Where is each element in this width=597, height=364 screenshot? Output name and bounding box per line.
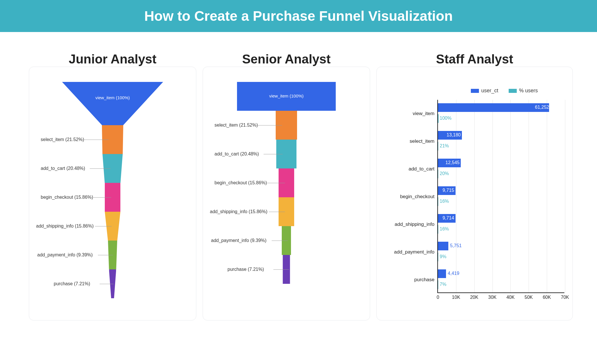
leader-line [258, 125, 282, 125]
row-add-shipping: add_shipping_info 9,714 16% [438, 211, 564, 238]
bar-pct-value: 16% [440, 199, 449, 204]
row-label: select_item [410, 138, 438, 144]
leader-line [267, 183, 285, 183]
bar-user-ct [438, 269, 446, 278]
row-purchase: purchase 4,419 7% [438, 266, 564, 294]
panel-staff: Staff Analyst user_ct % users [376, 67, 573, 320]
bar-user-ct-value: 12,545 [445, 160, 460, 165]
bar-pct-users [438, 253, 438, 261]
funnel-seg-purchase-label: purchase (7.21%) [54, 281, 90, 286]
bar-funnel-add-payment-label: add_payment_info (9.39%) [211, 238, 266, 243]
bar-pct-value: 7% [440, 282, 446, 287]
bar-pct-users [438, 280, 438, 289]
leader-line [98, 255, 113, 255]
leader-line [90, 168, 111, 169]
bar-funnel-add-shipping-label: add_shipping_info (15.86%) [210, 209, 267, 214]
panel-senior: Senior Analyst view_item (100%) select_i… [203, 67, 370, 320]
bar-user-ct-value: 9,714 [443, 215, 454, 221]
leader-line [100, 284, 113, 284]
chart-legend: user_ct % users [471, 88, 538, 94]
bar-user-ct [438, 242, 448, 250]
x-tick: 70K [561, 292, 569, 300]
x-tick: 30K [488, 292, 496, 300]
bar-user-ct-value: 5,751 [450, 243, 462, 248]
bar-funnel-begin-checkout-label: begin_checkout (15.86%) [214, 180, 267, 185]
bar-pct-value: 9% [440, 254, 446, 259]
bar-funnel-select-item-label: select_item (21.52%) [214, 123, 258, 128]
row-label: add_to_cart [408, 166, 438, 172]
bar-user-ct [438, 103, 549, 112]
x-tick: 10K [452, 292, 460, 300]
legend-pct-users: % users [509, 88, 538, 94]
funnel-seg-add-shipping-label: add_shipping_info (15.86%) [36, 224, 94, 229]
panel-senior-title: Senior Analyst [203, 52, 370, 66]
bar-user-ct-value: 13,180 [447, 132, 461, 138]
row-add-payment: add_payment_info 5,751 9% [438, 238, 564, 266]
page-title: How to Create a Purchase Funnel Visualiz… [144, 8, 453, 24]
bar-pct-value: 20% [440, 171, 449, 176]
funnel-seg-view-item [62, 82, 163, 125]
panels-row: Junior Analyst view_item (100%) select_i… [0, 32, 597, 332]
legend-user-ct-label: user_ct [481, 88, 498, 94]
bar-pct-users [438, 114, 439, 123]
funnel-seg-add-payment-label: add_payment_info (9.39%) [37, 252, 93, 258]
leader-line [273, 269, 289, 270]
legend-swatch-user-ct [471, 89, 479, 93]
x-tick: 60K [543, 292, 551, 300]
leader-line [269, 212, 285, 212]
funnel-senior: view_item (100%) select_item (21.52%) ad… [206, 82, 367, 314]
bar-pct-value: 16% [440, 226, 449, 232]
page-header: How to Create a Purchase Funnel Visualiz… [0, 0, 597, 32]
funnel-seg-view-item-label: view_item (100%) [95, 95, 130, 100]
bar-chart-staff: user_ct % users view_item [380, 82, 570, 314]
leader-line [93, 197, 111, 198]
bar-pct-value: 21% [440, 143, 449, 149]
legend-swatch-pct-users [509, 89, 517, 93]
x-tick: 20K [470, 292, 478, 300]
bar-funnel-add-to-cart-label: add_to_cart (20.48%) [214, 151, 259, 157]
bar-user-ct-value: 9,715 [443, 188, 454, 193]
gridline [565, 100, 565, 292]
funnel-seg-begin-checkout-label: begin_checkout (15.86%) [41, 195, 93, 200]
bar-user-ct-value: 4,419 [448, 271, 459, 276]
row-label: view_item [413, 111, 438, 117]
bar-pct-value: 100% [440, 116, 452, 121]
leader-line [272, 241, 288, 241]
bar-pct-users [438, 197, 438, 206]
legend-pct-users-label: % users [519, 88, 538, 94]
bar-funnel-purchase-label: purchase (7.21%) [227, 267, 264, 272]
row-label: add_payment_info [394, 249, 438, 255]
x-tick: 50K [525, 292, 533, 300]
x-tick: 0 [437, 292, 439, 300]
bar-pct-users [438, 170, 438, 178]
panel-junior-title: Junior Analyst [29, 52, 196, 66]
bar-pct-users [438, 142, 438, 151]
leader-line [84, 140, 109, 140]
bar-user-ct-value: 61,252 [535, 105, 549, 110]
leader-line [95, 226, 112, 226]
funnel-seg-select-item-label: select_item (21.52%) [41, 137, 84, 142]
funnel-seg-add-to-cart-label: add_to_cart (20.48%) [41, 166, 85, 171]
row-begin-checkout: begin_checkout 9,715 16% [438, 183, 564, 211]
funnel-junior: view_item (100%) select_item (21.52%) ad… [32, 82, 193, 314]
row-select-item: select_item 13,180 21% [438, 127, 564, 155]
row-label: begin_checkout [400, 194, 438, 200]
x-tick: 40K [506, 292, 514, 300]
bar-funnel-view-item-label: view_item (100%) [269, 93, 303, 98]
plot-area: view_item 61,252 100% select_item 13,180… [437, 100, 564, 293]
leader-line [264, 154, 283, 154]
row-label: purchase [414, 277, 438, 283]
panel-junior: Junior Analyst view_item (100%) select_i… [29, 67, 196, 320]
row-view-item: view_item 61,252 100% [438, 100, 564, 127]
bar-pct-users [438, 225, 438, 234]
legend-user-ct: user_ct [471, 88, 498, 94]
row-label: add_shipping_info [395, 222, 438, 227]
row-add-to-cart: add_to_cart 12,545 20% [438, 155, 564, 183]
panel-staff-title: Staff Analyst [377, 52, 572, 66]
